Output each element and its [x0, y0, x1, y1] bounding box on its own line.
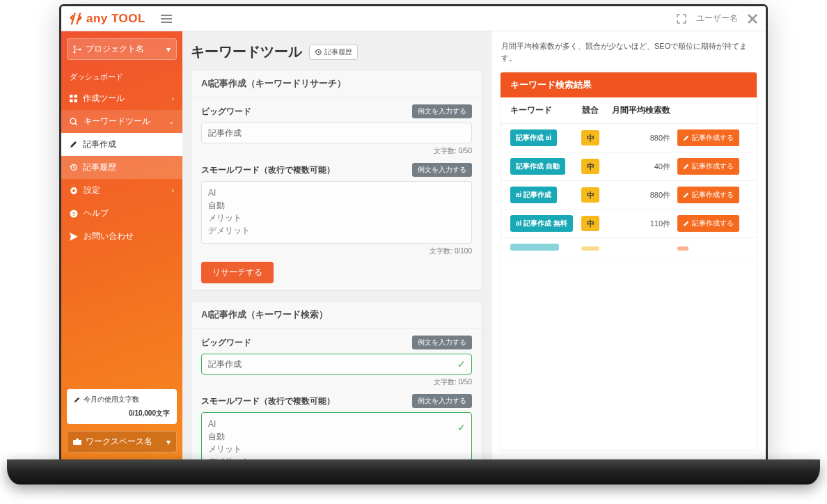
example-button[interactable]: 例文を入力する: [412, 394, 472, 408]
make-article-button[interactable]: 記事作成する: [677, 215, 739, 232]
bigword-input[interactable]: [201, 123, 472, 143]
svg-rect-8: [70, 95, 73, 98]
results-title: キーワード検索結果: [501, 72, 757, 97]
info-text: 月間平均検索数が多く、競合が少ないほど、SEOで順位に期待が持てます。: [491, 31, 766, 72]
logo: any TOOL: [70, 12, 145, 26]
sidebar-item-article-create[interactable]: 記事作成: [61, 133, 182, 156]
competition-badge: [581, 246, 599, 251]
logo-icon: [70, 13, 82, 25]
history-button[interactable]: 記事履歴: [309, 45, 358, 60]
result-row: 記事作成 自動中40件記事作成する: [501, 152, 757, 181]
sidebar-item-dashboard[interactable]: ダッシュボード: [61, 67, 182, 87]
keyword-badge[interactable]: 記事作成 自動: [510, 158, 565, 175]
main-content: キーワードツール 記事履歴 AI記事作成（キーワードリサーチ）: [182, 31, 491, 459]
send-icon: [70, 233, 78, 241]
sidebar-item-help[interactable]: ? ヘルプ: [61, 202, 182, 225]
svg-point-12: [70, 118, 76, 124]
research-button[interactable]: リサーチする: [201, 262, 274, 283]
example-button[interactable]: 例文を入力する: [412, 104, 472, 118]
sidebar-item-label: 記事作成: [83, 139, 116, 150]
bigword-label: ビッグワード: [201, 337, 251, 349]
project-select[interactable]: プロジェクト名 ▾: [67, 38, 177, 60]
sidebar-item-create-tool[interactable]: 作成ツール ‹: [61, 87, 182, 110]
pencil-icon: [74, 397, 80, 403]
sidebar-item-keyword-tool[interactable]: キーワードツール ⌄: [61, 110, 182, 133]
bigword-label: ビッグワード: [201, 106, 251, 118]
workspace-select[interactable]: ワークスペース名 ▾: [67, 431, 177, 452]
help-icon: ?: [70, 210, 78, 218]
col-volume: 月間平均検索数: [608, 104, 677, 116]
card-keyword-research: AI記事作成（キーワードリサーチ） ビッグワード 例文を入力する 文字数: 0/…: [191, 70, 482, 291]
svg-rect-11: [74, 100, 78, 103]
keyword-badge[interactable]: ai 記事作成: [510, 187, 557, 203]
usage-label: 今月の使用文字数: [84, 395, 139, 404]
gear-icon: [70, 187, 78, 195]
volume-text: 40件: [608, 162, 677, 172]
example-button[interactable]: 例文を入力する: [412, 163, 472, 177]
make-article-button[interactable]: 記事作成する: [677, 158, 739, 175]
results-panel: 月間平均検索数が多く、競合が少ないほど、SEOで順位に期待が持てます。 キーワー…: [491, 31, 766, 459]
sidebar: プロジェクト名 ▾ ダッシュボード 作成ツール ‹ キーワードツール ⌄: [61, 31, 182, 459]
example-button[interactable]: 例文を入力する: [412, 336, 472, 349]
sidebar-item-label: お問い合わせ: [84, 230, 134, 242]
username-label[interactable]: ユーザー名: [696, 13, 738, 24]
char-count: 文字数: 0/100: [201, 246, 472, 256]
chevron-left-icon: ‹: [172, 95, 174, 102]
branch-icon: [73, 45, 81, 54]
sidebar-item-label: 作成ツール: [83, 93, 125, 104]
smallword-textarea[interactable]: AI 自動 メリット デメリット: [201, 412, 472, 459]
search-icon: [70, 118, 78, 126]
chevron-down-icon: ▾: [166, 437, 171, 447]
keyword-badge[interactable]: ai 記事作成 無料: [510, 215, 573, 232]
keyword-badge[interactable]: 記事作成 ai: [510, 129, 557, 146]
logo-text: any TOOL: [86, 12, 145, 26]
make-article-button[interactable]: 記事作成する: [677, 129, 739, 146]
usage-value: 0/10,000文字: [129, 409, 170, 417]
keyword-badge[interactable]: [510, 244, 559, 251]
close-icon[interactable]: [748, 14, 757, 24]
svg-line-13: [75, 123, 77, 125]
svg-rect-18: [73, 440, 81, 445]
volume-text: 880件: [608, 190, 677, 200]
competition-badge: 中: [581, 216, 599, 231]
svg-rect-9: [74, 95, 78, 98]
chevron-left-icon: ‹: [172, 187, 174, 194]
sidebar-item-label: 記事履歴: [83, 162, 116, 173]
competition-badge: 中: [581, 130, 599, 145]
svg-text:?: ?: [72, 211, 76, 217]
history-icon: [70, 164, 77, 171]
make-article-button[interactable]: 記事作成する: [677, 187, 739, 203]
competition-badge: 中: [581, 187, 599, 203]
page-title: キーワードツール: [191, 42, 302, 61]
smallword-label: スモールワード（改行で複数可能）: [201, 164, 335, 176]
sidebar-item-article-history[interactable]: 記事履歴: [61, 156, 182, 179]
bigword-input[interactable]: [201, 354, 472, 375]
check-icon: ✓: [457, 422, 466, 433]
make-article-button[interactable]: [677, 246, 688, 251]
menu-toggle-icon[interactable]: [161, 14, 172, 24]
svg-rect-10: [70, 100, 73, 103]
card-title: AI記事作成（キーワードリサーチ）: [191, 70, 482, 97]
volume-text: 110件: [608, 219, 677, 229]
col-keyword: キーワード: [510, 104, 573, 116]
check-icon: ✓: [457, 359, 466, 370]
chevron-down-icon: ▾: [166, 45, 171, 54]
result-row: ai 記事作成 無料中110件記事作成する: [501, 210, 757, 238]
expand-icon[interactable]: [677, 14, 686, 24]
sidebar-item-contact[interactable]: お問い合わせ: [61, 225, 182, 248]
grid-icon: [70, 95, 77, 102]
history-icon: [315, 49, 322, 56]
smallword-textarea[interactable]: AI 自動 メリット デメリット: [201, 181, 472, 244]
project-label: プロジェクト名: [86, 43, 144, 55]
usage-card: 今月の使用文字数 0/10,000文字: [67, 389, 177, 424]
sidebar-item-label: ヘルプ: [84, 207, 109, 219]
col-competition: 競合: [573, 104, 608, 116]
card-title: AI記事作成（キーワード検索）: [191, 301, 482, 329]
sidebar-item-label: キーワードツール: [84, 116, 150, 127]
svg-point-15: [72, 189, 75, 192]
card-keyword-search: AI記事作成（キーワード検索） ビッグワード 例文を入力する ✓ 文字数: 0/…: [191, 301, 482, 459]
sidebar-item-label: 設定: [84, 184, 100, 196]
chevron-down-icon: ⌄: [168, 118, 174, 125]
volume-text: 880件: [608, 133, 677, 143]
sidebar-item-settings[interactable]: 設定 ‹: [61, 179, 182, 202]
